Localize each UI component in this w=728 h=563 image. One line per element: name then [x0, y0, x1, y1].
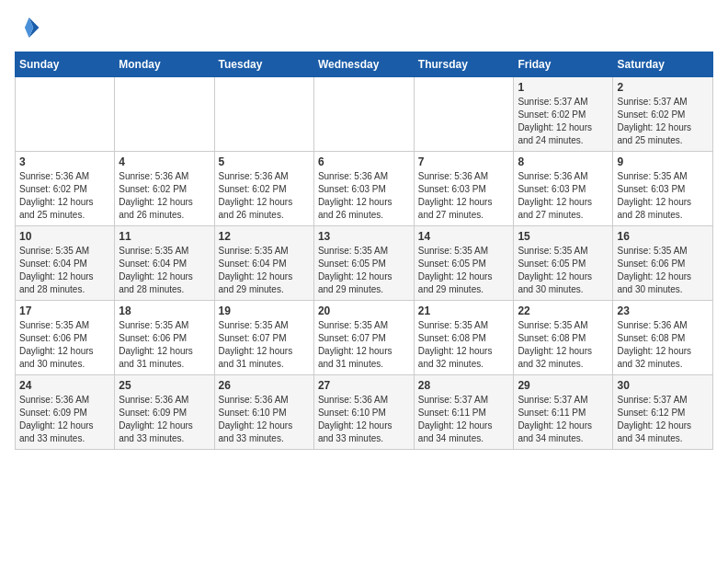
day-number: 3 [19, 155, 110, 168]
day-info: Sunrise: 5:35 AM Sunset: 6:06 PM Dayligh… [119, 319, 210, 371]
calendar-cell: 30Sunrise: 5:37 AM Sunset: 6:12 PM Dayli… [613, 375, 713, 450]
calendar-week-row: 1Sunrise: 5:37 AM Sunset: 6:02 PM Daylig… [16, 77, 713, 152]
day-number: 7 [418, 155, 510, 168]
day-info: Sunrise: 5:37 AM Sunset: 6:11 PM Dayligh… [518, 394, 609, 445]
day-info: Sunrise: 5:37 AM Sunset: 6:02 PM Dayligh… [518, 96, 609, 147]
day-info: Sunrise: 5:36 AM Sunset: 6:09 PM Dayligh… [19, 394, 110, 445]
calendar-cell: 1Sunrise: 5:37 AM Sunset: 6:02 PM Daylig… [514, 77, 613, 152]
day-info: Sunrise: 5:35 AM Sunset: 6:03 PM Dayligh… [617, 170, 709, 222]
weekday-header: Tuesday [214, 52, 313, 77]
day-info: Sunrise: 5:36 AM Sunset: 6:10 PM Dayligh… [219, 394, 310, 445]
day-number: 29 [518, 379, 609, 392]
calendar-cell: 13Sunrise: 5:35 AM Sunset: 6:05 PM Dayli… [313, 226, 414, 301]
calendar-cell: 9Sunrise: 5:35 AM Sunset: 6:03 PM Daylig… [613, 152, 713, 226]
calendar-cell: 23Sunrise: 5:36 AM Sunset: 6:08 PM Dayli… [613, 301, 713, 375]
calendar-cell [414, 77, 514, 152]
day-number: 14 [418, 230, 510, 243]
day-info: Sunrise: 5:36 AM Sunset: 6:03 PM Dayligh… [418, 170, 510, 222]
calendar-cell: 2Sunrise: 5:37 AM Sunset: 6:02 PM Daylig… [613, 77, 713, 152]
day-number: 2 [617, 81, 709, 94]
day-number: 6 [318, 155, 410, 168]
calendar-cell: 28Sunrise: 5:37 AM Sunset: 6:11 PM Dayli… [414, 375, 514, 450]
calendar-cell [115, 77, 214, 152]
calendar-cell: 20Sunrise: 5:35 AM Sunset: 6:07 PM Dayli… [313, 301, 414, 375]
calendar-cell: 5Sunrise: 5:36 AM Sunset: 6:02 PM Daylig… [214, 152, 313, 226]
calendar-cell: 7Sunrise: 5:36 AM Sunset: 6:03 PM Daylig… [414, 152, 514, 226]
day-info: Sunrise: 5:36 AM Sunset: 6:09 PM Dayligh… [119, 394, 210, 445]
calendar-cell: 3Sunrise: 5:36 AM Sunset: 6:02 PM Daylig… [16, 152, 115, 226]
calendar-cell [214, 77, 313, 152]
calendar-cell: 10Sunrise: 5:35 AM Sunset: 6:04 PM Dayli… [16, 226, 115, 301]
calendar-cell: 6Sunrise: 5:36 AM Sunset: 6:03 PM Daylig… [313, 152, 414, 226]
day-number: 5 [219, 155, 310, 168]
calendar-table: SundayMondayTuesdayWednesdayThursdayFrid… [15, 52, 713, 450]
calendar-week-row: 10Sunrise: 5:35 AM Sunset: 6:04 PM Dayli… [16, 226, 713, 301]
day-number: 9 [617, 155, 709, 168]
calendar-cell: 14Sunrise: 5:35 AM Sunset: 6:05 PM Dayli… [414, 226, 514, 301]
calendar-cell: 24Sunrise: 5:36 AM Sunset: 6:09 PM Dayli… [16, 375, 115, 450]
calendar-header: SundayMondayTuesdayWednesdayThursdayFrid… [16, 52, 713, 77]
calendar-cell: 12Sunrise: 5:35 AM Sunset: 6:04 PM Dayli… [214, 226, 313, 301]
calendar-cell: 4Sunrise: 5:36 AM Sunset: 6:02 PM Daylig… [115, 152, 214, 226]
page-header [15, 15, 713, 40]
calendar-cell: 11Sunrise: 5:35 AM Sunset: 6:04 PM Dayli… [115, 226, 214, 301]
day-info: Sunrise: 5:36 AM Sunset: 6:02 PM Dayligh… [219, 170, 310, 222]
day-info: Sunrise: 5:35 AM Sunset: 6:06 PM Dayligh… [617, 245, 709, 296]
day-info: Sunrise: 5:35 AM Sunset: 6:04 PM Dayligh… [19, 245, 110, 296]
day-number: 25 [119, 379, 210, 392]
day-info: Sunrise: 5:35 AM Sunset: 6:07 PM Dayligh… [219, 319, 310, 371]
calendar-cell: 27Sunrise: 5:36 AM Sunset: 6:10 PM Dayli… [313, 375, 414, 450]
day-info: Sunrise: 5:37 AM Sunset: 6:11 PM Dayligh… [418, 394, 510, 445]
day-info: Sunrise: 5:36 AM Sunset: 6:02 PM Dayligh… [119, 170, 210, 222]
day-info: Sunrise: 5:37 AM Sunset: 6:02 PM Dayligh… [617, 96, 709, 147]
day-number: 12 [219, 230, 310, 243]
day-number: 27 [318, 379, 410, 392]
calendar-cell: 22Sunrise: 5:35 AM Sunset: 6:08 PM Dayli… [514, 301, 613, 375]
weekday-header: Thursday [414, 52, 514, 77]
day-number: 1 [518, 81, 609, 94]
day-info: Sunrise: 5:35 AM Sunset: 6:04 PM Dayligh… [219, 245, 310, 296]
calendar-cell: 25Sunrise: 5:36 AM Sunset: 6:09 PM Dayli… [115, 375, 214, 450]
day-number: 10 [19, 230, 110, 243]
calendar-week-row: 17Sunrise: 5:35 AM Sunset: 6:06 PM Dayli… [16, 301, 713, 375]
day-info: Sunrise: 5:36 AM Sunset: 6:10 PM Dayligh… [318, 394, 410, 445]
weekday-header: Saturday [613, 52, 713, 77]
day-info: Sunrise: 5:35 AM Sunset: 6:08 PM Dayligh… [518, 319, 609, 371]
weekday-header: Sunday [16, 52, 115, 77]
logo-icon [15, 15, 40, 40]
calendar-week-row: 3Sunrise: 5:36 AM Sunset: 6:02 PM Daylig… [16, 152, 713, 226]
day-info: Sunrise: 5:35 AM Sunset: 6:05 PM Dayligh… [318, 245, 410, 296]
day-number: 19 [219, 304, 310, 317]
day-info: Sunrise: 5:35 AM Sunset: 6:07 PM Dayligh… [318, 319, 410, 371]
day-number: 4 [119, 155, 210, 168]
day-info: Sunrise: 5:35 AM Sunset: 6:08 PM Dayligh… [418, 319, 510, 371]
day-number: 18 [119, 304, 210, 317]
calendar-cell: 29Sunrise: 5:37 AM Sunset: 6:11 PM Dayli… [514, 375, 613, 450]
calendar-cell: 17Sunrise: 5:35 AM Sunset: 6:06 PM Dayli… [16, 301, 115, 375]
day-number: 21 [418, 304, 510, 317]
day-number: 13 [318, 230, 410, 243]
weekday-header: Wednesday [313, 52, 414, 77]
calendar-cell: 18Sunrise: 5:35 AM Sunset: 6:06 PM Dayli… [115, 301, 214, 375]
day-info: Sunrise: 5:36 AM Sunset: 6:03 PM Dayligh… [318, 170, 410, 222]
day-info: Sunrise: 5:35 AM Sunset: 6:06 PM Dayligh… [19, 319, 110, 371]
day-number: 26 [219, 379, 310, 392]
day-info: Sunrise: 5:35 AM Sunset: 6:04 PM Dayligh… [119, 245, 210, 296]
day-number: 22 [518, 304, 609, 317]
calendar-cell [16, 77, 115, 152]
day-number: 24 [19, 379, 110, 392]
calendar-cell: 8Sunrise: 5:36 AM Sunset: 6:03 PM Daylig… [514, 152, 613, 226]
day-info: Sunrise: 5:35 AM Sunset: 6:05 PM Dayligh… [518, 245, 609, 296]
day-info: Sunrise: 5:36 AM Sunset: 6:03 PM Dayligh… [518, 170, 609, 222]
calendar-cell: 15Sunrise: 5:35 AM Sunset: 6:05 PM Dayli… [514, 226, 613, 301]
day-info: Sunrise: 5:35 AM Sunset: 6:05 PM Dayligh… [418, 245, 510, 296]
calendar-cell: 16Sunrise: 5:35 AM Sunset: 6:06 PM Dayli… [613, 226, 713, 301]
day-info: Sunrise: 5:36 AM Sunset: 6:02 PM Dayligh… [19, 170, 110, 222]
day-number: 8 [518, 155, 609, 168]
calendar-cell: 19Sunrise: 5:35 AM Sunset: 6:07 PM Dayli… [214, 301, 313, 375]
calendar-cell: 26Sunrise: 5:36 AM Sunset: 6:10 PM Dayli… [214, 375, 313, 450]
day-number: 20 [318, 304, 410, 317]
day-number: 30 [617, 379, 709, 392]
day-number: 16 [617, 230, 709, 243]
day-info: Sunrise: 5:36 AM Sunset: 6:08 PM Dayligh… [617, 319, 709, 371]
